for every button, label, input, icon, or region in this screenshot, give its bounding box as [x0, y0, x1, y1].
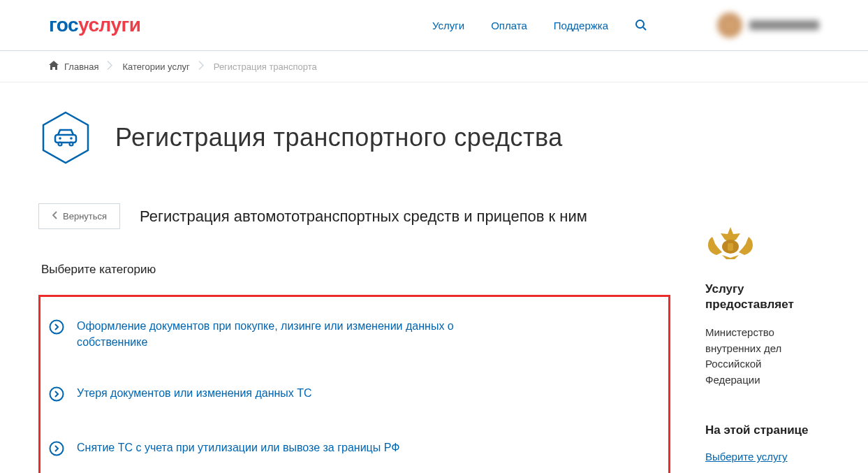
breadcrumb-home[interactable]: Главная — [49, 61, 110, 72]
breadcrumb-current-label: Регистрация транспорта — [214, 61, 317, 72]
sidebar: Услугу предоставляет Министерство внутре… — [705, 203, 819, 473]
user-menu[interactable] — [717, 13, 819, 38]
subtitle-row: Вернуться Регистрация автомототранспортн… — [38, 203, 670, 229]
logo[interactable]: госуслуги — [49, 14, 140, 36]
category-item-documents[interactable]: Оформление документов при покупке, лизин… — [46, 308, 663, 364]
header: госуслуги Услуги Оплата Поддержка — [0, 0, 868, 51]
title-row: Регистрация транспортного средства — [38, 110, 819, 165]
logo-part1: гос — [49, 14, 78, 36]
breadcrumb-home-label: Главная — [64, 61, 98, 72]
svg-point-6 — [59, 137, 61, 140]
user-name — [749, 20, 819, 30]
main-content: Регистрация транспортного средства Верну… — [0, 82, 868, 473]
main-column: Вернуться Регистрация автомототранспортн… — [38, 203, 670, 473]
provider-name: Министерство внутренних дел Российской Ф… — [705, 325, 819, 388]
arrow-circle-icon — [49, 441, 64, 459]
nav-payment[interactable]: Оплата — [491, 20, 527, 31]
breadcrumb-categories-label: Категории услуг — [122, 61, 189, 72]
emblem-icon — [705, 224, 819, 263]
choose-category-label: Выберите категорию — [38, 263, 670, 277]
logo-part2: услуги — [78, 14, 140, 36]
arrow-circle-icon — [49, 319, 64, 337]
svg-point-0 — [636, 20, 644, 28]
subtitle: Регистрация автомототранспортных средств… — [140, 208, 587, 226]
svg-point-4 — [59, 143, 62, 146]
breadcrumb-categories[interactable]: Категории услуг — [110, 61, 200, 72]
avatar — [717, 13, 742, 38]
back-button[interactable]: Вернуться — [38, 203, 120, 229]
back-button-label: Вернуться — [63, 211, 107, 221]
svg-point-9 — [50, 388, 64, 401]
svg-rect-3 — [55, 135, 76, 143]
breadcrumb-current: Регистрация транспорта — [201, 61, 328, 72]
nav-support[interactable]: Поддержка — [554, 20, 608, 31]
page-title: Регистрация транспортного средства — [115, 123, 563, 152]
chevron-left-icon — [52, 211, 57, 221]
svg-point-8 — [50, 321, 64, 334]
anchor-link-select-service[interactable]: Выберите услугу — [705, 451, 819, 463]
nav-services[interactable]: Услуги — [432, 20, 464, 31]
svg-marker-2 — [43, 112, 88, 163]
svg-point-7 — [70, 137, 73, 140]
search-icon[interactable] — [635, 19, 647, 31]
category-list-highlighted: Оформление документов при покупке, лизин… — [38, 295, 670, 473]
svg-point-10 — [50, 442, 64, 456]
car-icon — [55, 130, 76, 146]
arrow-circle-icon — [49, 386, 64, 405]
home-icon — [49, 61, 59, 72]
svg-point-5 — [70, 143, 73, 146]
provides-heading: Услугу предоставляет — [705, 282, 819, 312]
svg-rect-12 — [728, 243, 733, 251]
category-item-label: Оформление документов при покупке, лизин… — [77, 318, 454, 350]
on-this-page-heading: На этой странице — [705, 423, 819, 438]
service-icon — [38, 110, 93, 165]
top-nav: Услуги Оплата Поддержка — [432, 19, 647, 31]
svg-line-1 — [643, 27, 646, 30]
category-item-label: Утеря документов или изменения данных ТС — [77, 385, 312, 401]
category-item-deregister[interactable]: Снятие ТС с учета при утилизации или выв… — [46, 430, 663, 473]
category-item-label: Снятие ТС с учета при утилизации или выв… — [77, 439, 399, 456]
category-item-lost-docs[interactable]: Утеря документов или изменения данных ТС — [46, 375, 663, 419]
breadcrumb: Главная Категории услуг Регистрация тран… — [0, 51, 868, 82]
